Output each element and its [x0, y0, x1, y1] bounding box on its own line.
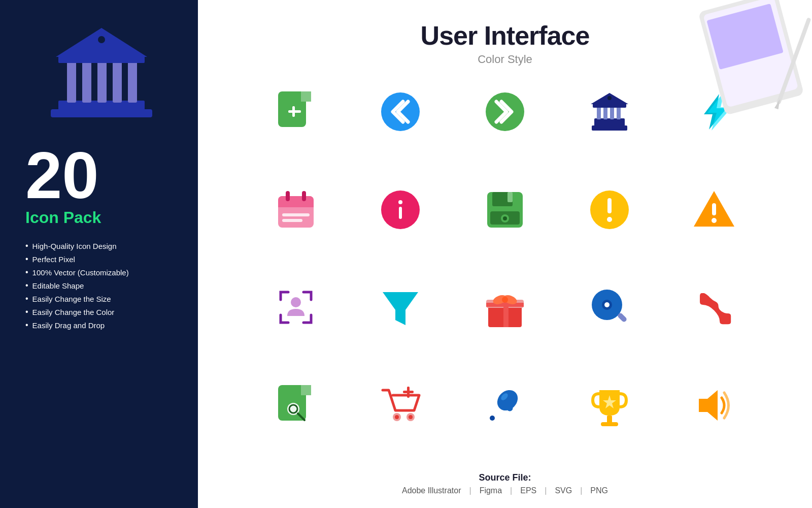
- svg-rect-23: [594, 118, 625, 126]
- svg-rect-4: [97, 61, 107, 103]
- svg-point-20: [381, 92, 420, 131]
- source-divider-3: |: [545, 486, 547, 495]
- number-display: 20: [25, 142, 99, 208]
- svg-rect-27: [617, 107, 621, 119]
- feature-item: Perfect Pixel: [25, 255, 129, 264]
- icon-cell-18: [475, 375, 535, 436]
- icon-cell-16: [265, 375, 326, 436]
- svg-point-77: [409, 415, 413, 419]
- svg-point-51: [607, 217, 612, 222]
- icon-cell-2: [370, 81, 431, 142]
- icon-cell-7: [370, 179, 431, 240]
- icon-cell-6: [265, 179, 326, 240]
- svg-rect-70: [301, 385, 311, 395]
- source-eps: EPS: [520, 486, 536, 495]
- icon-cell-3: [475, 81, 535, 142]
- svg-rect-84: [607, 416, 612, 423]
- svg-rect-24: [597, 107, 601, 119]
- svg-point-54: [712, 218, 717, 223]
- svg-rect-79: [403, 391, 414, 393]
- tablet-decoration: [680, 0, 812, 127]
- icon-cell-9: [579, 179, 640, 240]
- svg-rect-17: [301, 91, 311, 102]
- icon-cell-20: [684, 375, 745, 436]
- icon-cell-4: [579, 81, 640, 142]
- building-icon: [46, 20, 157, 122]
- svg-rect-36: [286, 191, 290, 201]
- svg-rect-7: [58, 56, 145, 63]
- svg-rect-50: [607, 198, 612, 213]
- svg-rect-53: [712, 203, 716, 215]
- svg-rect-19: [292, 106, 295, 117]
- source-items: Adobe Illustrator | Figma | EPS | SVG | …: [228, 486, 782, 495]
- svg-rect-60: [486, 303, 524, 307]
- svg-rect-42: [399, 207, 402, 219]
- icon-cell-10: [684, 179, 745, 240]
- source-divider-1: |: [469, 486, 471, 495]
- icon-cell-13: [475, 277, 535, 338]
- icon-cell-12: [370, 277, 431, 338]
- feature-list: High-Quality Icon Design Perfect Pixel 1…: [25, 241, 129, 334]
- source-divider-2: |: [510, 486, 512, 495]
- icon-cell-14: [579, 277, 640, 338]
- feature-item: Easily Change the Size: [25, 294, 129, 303]
- svg-rect-35: [278, 202, 314, 207]
- feature-item: Editable Shape: [25, 281, 129, 290]
- icon-cell-8: [475, 179, 535, 240]
- svg-point-48: [503, 216, 507, 220]
- source-png: PNG: [590, 486, 608, 495]
- icon-cell-15: [684, 277, 745, 338]
- source-figma: Figma: [480, 486, 502, 495]
- svg-rect-5: [113, 61, 122, 103]
- feature-item: Easily Change the Color: [25, 307, 129, 316]
- svg-rect-38: [282, 213, 310, 216]
- svg-rect-3: [82, 61, 91, 103]
- icon-cell-17: [370, 375, 431, 436]
- icons-grid: [228, 76, 782, 467]
- svg-rect-39: [282, 219, 302, 222]
- source-title: Source File:: [228, 472, 782, 483]
- svg-rect-2: [67, 61, 76, 103]
- svg-marker-87: [699, 390, 718, 421]
- feature-item: Easily Drag and Drop: [25, 321, 129, 330]
- pack-label: Icon Pack: [25, 208, 101, 227]
- svg-point-75: [395, 415, 399, 419]
- source-illustrator: Adobe Illustrator: [402, 486, 461, 495]
- feature-item: 100% Vector (Customizable): [25, 268, 129, 277]
- svg-point-82: [490, 416, 495, 421]
- left-panel: 20 Icon Pack High-Quality Icon Design Pe…: [0, 0, 198, 508]
- svg-point-66: [604, 302, 610, 307]
- svg-point-55: [291, 297, 301, 307]
- source-divider-4: |: [580, 486, 582, 495]
- feature-item: High-Quality Icon Design: [25, 241, 129, 250]
- svg-marker-56: [383, 292, 418, 325]
- footer-source: Source File: Adobe Illustrator | Figma |…: [228, 467, 782, 498]
- svg-point-30: [607, 96, 612, 100]
- svg-point-80: [493, 386, 522, 415]
- icon-cell-19: [579, 375, 640, 436]
- svg-rect-6: [128, 61, 137, 103]
- icon-cell-1: [265, 81, 326, 142]
- svg-rect-25: [603, 107, 607, 119]
- source-svg: SVG: [555, 486, 572, 495]
- icon-cell-11: [265, 277, 326, 338]
- svg-rect-85: [601, 422, 618, 426]
- svg-rect-37: [302, 191, 306, 201]
- right-panel: User Interface Color Style: [198, 0, 812, 508]
- svg-rect-45: [507, 192, 513, 202]
- svg-point-9: [98, 36, 105, 43]
- svg-rect-26: [610, 107, 614, 119]
- svg-point-41: [398, 200, 402, 204]
- svg-point-63: [502, 297, 508, 303]
